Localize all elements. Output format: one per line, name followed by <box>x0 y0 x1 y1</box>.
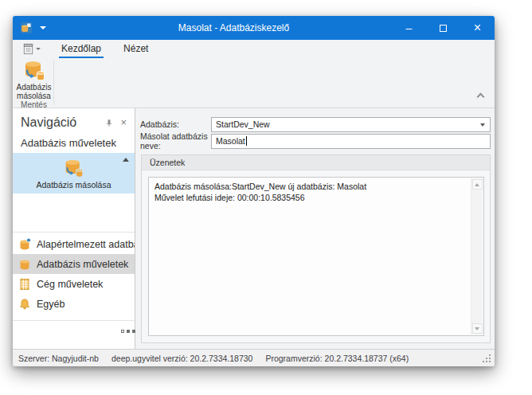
database-icon <box>18 258 31 271</box>
navigation-section-header: Adatbázis műveletek <box>13 130 135 153</box>
ribbon-group-divider <box>53 60 54 105</box>
pin-icon <box>105 119 113 127</box>
quick-access-dropdown-icon[interactable] <box>40 26 46 29</box>
main-content: Adatbázis: StartDev_New Másolat adatbázi… <box>135 108 495 349</box>
database-copy-icon <box>22 59 46 83</box>
database-combobox[interactable]: StartDev_New <box>211 117 491 132</box>
nav-item-ceg-muveletek[interactable]: Cég műveletek <box>13 274 135 294</box>
triangle-down-icon <box>475 327 479 330</box>
scroll-up-button[interactable] <box>472 179 483 190</box>
window-controls: – × <box>392 16 495 40</box>
tab-kezdolap[interactable]: Kezdőlap <box>59 41 104 58</box>
navigation-panel: Navigáció × Adatbázis műveletek <box>13 108 135 349</box>
pin-button[interactable] <box>105 119 113 127</box>
messages-lines: Adatbázis másolása:StartDev_New új adatb… <box>149 178 483 203</box>
app-menu-button[interactable] <box>22 41 41 57</box>
tile-label: Adatbázis másolása <box>37 180 111 190</box>
tile-scroll-up-icon[interactable] <box>123 158 129 162</box>
navigation-header: Navigáció × <box>13 108 135 130</box>
copy-name-input[interactable]: Masolat <box>211 134 491 149</box>
window-body: Navigáció × Adatbázis műveletek <box>13 108 495 349</box>
bell-icon <box>18 298 31 311</box>
copy-database-button-label: Adatbázis másolása <box>17 83 52 100</box>
navigation-tile-area: Adatbázis másolása <box>13 153 135 233</box>
copy-database-button[interactable]: Adatbázis másolása <box>15 58 53 100</box>
ellipsis-overflow-button[interactable] <box>122 330 123 332</box>
app-window: Masolat - Adatbáziskezelő – × Kezdőlap <box>13 16 495 366</box>
statusbar: Szerver: Nagyjudit-nb deep.ugyvitel verz… <box>13 349 495 366</box>
chevron-up-icon <box>477 93 485 101</box>
chevron-down-icon[interactable] <box>480 123 485 127</box>
copy-name-label: Másolat adatbázis neve: <box>140 131 211 151</box>
messages-groupbox-body: Adatbázis másolása:StartDev_New új adatb… <box>142 170 490 342</box>
nav-item-alapertelmezett-adatbazis[interactable]: Alapértelmezett adatbá <box>13 234 135 254</box>
building-icon <box>18 278 31 291</box>
scroll-down-button[interactable] <box>472 323 483 334</box>
minimize-button[interactable]: – <box>392 16 426 40</box>
titlebar[interactable]: Masolat - Adatbáziskezelő – × <box>13 16 495 40</box>
tab-nezet[interactable]: Nézet <box>121 41 151 58</box>
nav-item-egyeb[interactable]: Egyéb <box>13 294 135 314</box>
text-caret <box>246 136 247 146</box>
message-line: Művelet lefutási ideje: 00:00:10.5835456 <box>155 192 466 203</box>
messages-textarea[interactable]: Adatbázis másolása:StartDev_New új adatb… <box>148 177 484 336</box>
vertical-scrollbar[interactable] <box>471 178 483 334</box>
database-combobox-value: StartDev_New <box>216 119 270 129</box>
ribbon: Adatbázis másolása Mentés <box>13 58 495 108</box>
ribbon-tab-row: Kezdőlap Nézet <box>13 40 495 58</box>
app-icon <box>20 22 33 34</box>
page: Masolat - Adatbáziskezelő – × Kezdőlap <box>0 0 532 395</box>
ribbon-group-mentes: Adatbázis másolása Mentés <box>15 58 53 108</box>
navigation-title: Navigáció <box>21 115 98 130</box>
nav-item-adatbazis-muveletek[interactable]: Adatbázis műveletek <box>13 254 135 274</box>
navigation-footer <box>13 320 135 349</box>
status-server: Szerver: Nagyjudit-nb <box>18 354 99 363</box>
navigation-list: Alapértelmezett adatbá Adatbázis művelet… <box>13 234 135 314</box>
message-line: Adatbázis másolása:StartDev_New új adatb… <box>155 181 466 192</box>
window-title: Masolat - Adatbáziskezelő <box>92 22 375 33</box>
database-copy-icon <box>63 158 84 179</box>
close-button[interactable]: × <box>460 16 495 40</box>
ribbon-group-label: Mentés <box>15 100 53 111</box>
app-menu-arrow-icon <box>36 48 41 50</box>
app-menu-icon <box>22 43 34 55</box>
messages-groupbox-header: Üzenetek <box>142 155 490 170</box>
maximize-icon <box>440 25 447 32</box>
status-deep-version: deep.ugyvitel verzió: 20.2.7334.18730 <box>111 354 252 363</box>
navigation-close-button[interactable]: × <box>120 118 127 127</box>
maximize-button[interactable] <box>426 16 460 40</box>
ribbon-collapse-button[interactable] <box>478 94 484 100</box>
resize-grip[interactable] <box>483 354 491 363</box>
triangle-up-icon <box>475 183 479 186</box>
database-label: Adatbázis: <box>140 119 211 129</box>
status-program-version: Programverzió: 20.2.7334.18737 (x64) <box>265 354 409 363</box>
tile-copy-database[interactable]: Adatbázis másolása <box>13 153 135 194</box>
copy-name-input-value: Masolat <box>216 136 245 146</box>
database-row: Adatbázis: StartDev_New <box>140 116 491 132</box>
database-default-icon <box>18 238 31 251</box>
copy-name-row: Másolat adatbázis neve: Masolat <box>140 133 491 149</box>
messages-groupbox: Üzenetek Adatbázis másolása:StartDev_New… <box>141 154 491 343</box>
